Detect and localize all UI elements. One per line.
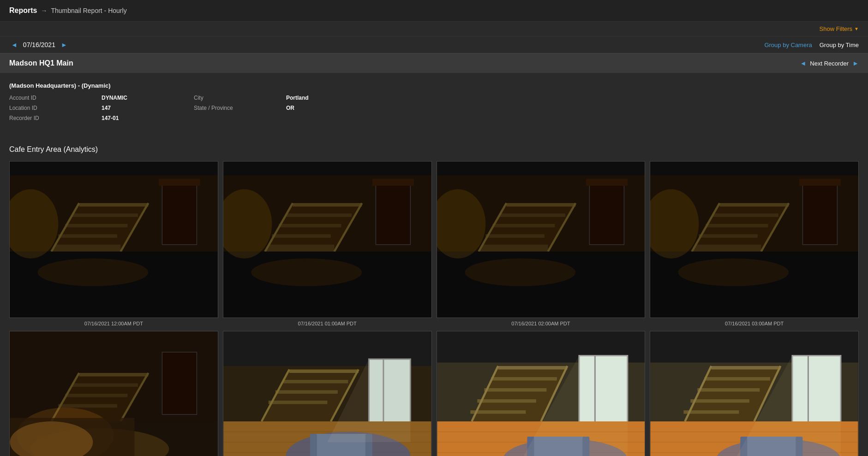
svg-rect-132 <box>691 399 750 403</box>
svg-rect-12 <box>162 182 197 245</box>
svg-rect-87 <box>269 401 328 404</box>
svg-rect-133 <box>684 410 739 414</box>
recorder-title: Madson HQ1 Main <box>9 59 73 67</box>
thumbnail-caption: 07/16/2021 03:00AM PDT <box>725 321 784 326</box>
svg-rect-109 <box>477 399 536 403</box>
svg-rect-68 <box>72 383 138 387</box>
account-id-value: DYNAMIC <box>102 94 194 102</box>
caret-icon: ▼ <box>854 26 859 31</box>
thumbnail-item[interactable]: 07/16/2021 05:00AM PDT <box>223 331 432 456</box>
svg-rect-106 <box>498 366 567 370</box>
svg-rect-131 <box>698 388 760 392</box>
svg-rect-67 <box>79 373 148 377</box>
city-label: City <box>194 94 286 102</box>
svg-rect-69 <box>65 394 127 397</box>
thumbnail-image[interactable] <box>223 161 432 318</box>
svg-rect-62 <box>651 162 858 175</box>
svg-rect-98 <box>310 434 317 456</box>
thumbnail-image[interactable] <box>437 161 646 318</box>
prev-recorder-button[interactable]: ◄ <box>800 60 806 67</box>
camera-section: Cafe Entry Area (Analytics) <box>0 136 868 456</box>
svg-point-43 <box>465 258 575 286</box>
thumbnail-item[interactable]: 07/16/2021 03:00AM PDT <box>650 161 859 326</box>
svg-rect-130 <box>705 377 771 381</box>
prev-date-button[interactable]: ◄ <box>9 40 19 49</box>
thumbnail-item[interactable]: 07/16/2021 02:00AM PDT <box>437 161 646 326</box>
thumbnail-item[interactable]: 07/16/2021 12:00AM PDT <box>9 161 218 326</box>
location-id-label: Location ID <box>9 104 102 112</box>
recorder-id-label: Recorder ID <box>9 114 102 122</box>
svg-rect-55 <box>699 234 758 238</box>
svg-rect-39 <box>485 234 545 238</box>
svg-marker-3 <box>51 245 120 252</box>
page-header: Reports → Thumbnail Report - Hourly <box>0 0 868 22</box>
recorder-details-grid: Account ID DYNAMIC City Portland Locatio… <box>9 94 859 122</box>
current-date: 07/16/2021 <box>23 41 55 48</box>
next-recorder-label: Next Recorder <box>810 60 849 67</box>
thumbnail-caption: 07/16/2021 12:00AM PDT <box>84 321 143 326</box>
svg-marker-51 <box>692 245 761 252</box>
recorder-info: (Madson Headquarters) - (Dynamic) Accoun… <box>0 73 868 136</box>
thumbnail-caption: 07/16/2021 02:00AM PDT <box>511 321 570 326</box>
svg-rect-28 <box>376 182 410 245</box>
svg-rect-108 <box>484 388 546 392</box>
next-date-button[interactable]: ► <box>59 40 69 49</box>
svg-rect-52 <box>720 203 789 207</box>
thumbnail-image[interactable] <box>9 161 218 318</box>
state-label: State / Province <box>194 104 286 112</box>
svg-rect-20 <box>293 203 362 207</box>
thumbnail-image[interactable] <box>9 331 218 456</box>
svg-rect-44 <box>589 182 624 245</box>
recorder-id-value: 147-01 <box>102 114 194 122</box>
group-by-camera-link[interactable]: Group by Camera <box>764 42 812 48</box>
state-value: OR <box>286 104 378 112</box>
svg-rect-22 <box>279 224 341 228</box>
svg-rect-29 <box>372 179 414 186</box>
thumbnail-grid-row1: 07/16/2021 12:00AM PDT <box>9 161 859 326</box>
recorder-org: (Madson Headquarters) - (Dynamic) <box>9 82 859 89</box>
svg-rect-53 <box>713 214 779 217</box>
thumbnail-item[interactable]: 07/16/2021 04:00AM PDT <box>9 331 218 456</box>
svg-rect-84 <box>289 369 359 373</box>
group-by-time-active[interactable]: Group by Time <box>820 42 859 48</box>
breadcrumb-arrow: → <box>41 7 47 14</box>
thumbnail-image[interactable] <box>223 331 432 456</box>
thumbnail-item[interactable]: 07/16/2021 06:00AM PDT <box>437 331 646 456</box>
recorder-header: Madson HQ1 Main ◄ Next Recorder ► <box>0 54 868 73</box>
filters-bar: Show Filters ▼ <box>0 22 868 36</box>
svg-rect-45 <box>586 179 627 186</box>
group-by-options: Group by Camera Group by Time <box>764 42 859 48</box>
show-filters-label: Show Filters <box>820 25 853 32</box>
date-nav-left: ◄ 07/16/2021 ► <box>9 40 69 49</box>
thumbnail-image[interactable] <box>650 331 859 456</box>
svg-rect-60 <box>803 182 838 245</box>
svg-rect-70 <box>58 404 117 408</box>
svg-rect-107 <box>491 377 557 381</box>
city-value: Portland <box>286 94 378 102</box>
page-subtitle: Thumbnail Report - Hourly <box>51 7 126 14</box>
svg-rect-129 <box>712 366 781 370</box>
svg-rect-30 <box>223 162 431 175</box>
svg-rect-54 <box>706 224 768 228</box>
svg-rect-4 <box>79 203 148 207</box>
thumbnail-item[interactable]: 07/16/2021 01:00AM PDT <box>223 161 432 326</box>
svg-marker-35 <box>479 245 548 252</box>
thumbnail-image[interactable] <box>437 331 646 456</box>
thumbnail-image[interactable] <box>650 161 859 318</box>
show-filters-button[interactable]: Show Filters ▼ <box>820 25 859 32</box>
svg-point-11 <box>37 258 148 286</box>
recorder-nav: ◄ Next Recorder ► <box>800 60 859 67</box>
svg-rect-14 <box>10 162 217 175</box>
account-id-label: Account ID <box>9 94 102 102</box>
svg-rect-36 <box>506 203 575 207</box>
svg-rect-21 <box>286 214 352 217</box>
next-recorder-button[interactable]: ► <box>852 60 859 67</box>
location-id-value: 147 <box>102 104 194 112</box>
thumbnail-item[interactable]: 07/16/2021 07:00AM PDT <box>650 331 859 456</box>
svg-rect-37 <box>499 214 565 217</box>
svg-rect-76 <box>162 352 197 414</box>
svg-rect-85 <box>282 380 348 384</box>
thumbnail-grid-row2: 07/16/2021 04:00AM PDT <box>9 331 859 456</box>
svg-rect-7 <box>58 234 117 238</box>
svg-rect-61 <box>799 179 841 186</box>
